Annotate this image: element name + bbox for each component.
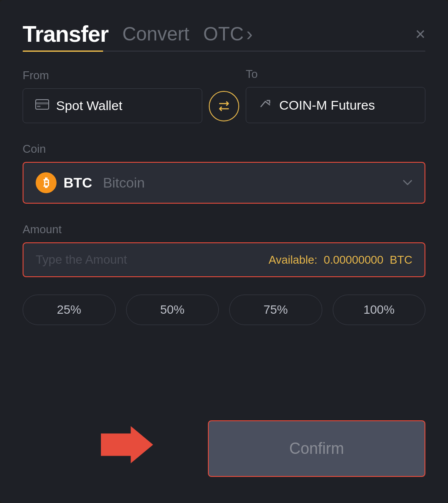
confirm-button[interactable]: Confirm	[208, 420, 425, 477]
tab-transfer[interactable]: Transfer	[23, 21, 108, 47]
pct-50-button[interactable]: 50%	[126, 295, 219, 325]
tab-otc[interactable]: OTC ›	[203, 23, 253, 45]
svg-rect-2	[37, 106, 40, 107]
coin-name: Bitcoin	[99, 175, 145, 191]
amount-box: Type the Amount Available: 0.00000000 BT…	[23, 242, 425, 277]
futures-icon	[258, 97, 272, 113]
swap-button[interactable]	[209, 91, 239, 121]
from-wallet-name: Spot Wallet	[56, 98, 122, 113]
pct-100-button[interactable]: 100%	[333, 295, 426, 325]
modal-container: Transfer Convert OTC › × From	[0, 0, 448, 503]
amount-input[interactable]: Type the Amount	[36, 253, 127, 267]
from-wallet-selector[interactable]: Spot Wallet	[23, 88, 202, 123]
arrow-indicator	[101, 423, 153, 468]
from-block: From Spot Wallet	[23, 69, 202, 123]
from-label: From	[23, 69, 202, 82]
bottom-area: Confirm	[23, 403, 425, 477]
close-button[interactable]: ×	[415, 25, 425, 43]
tab-convert[interactable]: Convert	[122, 23, 189, 45]
to-wallet-selector[interactable]: COIN-M Futures	[246, 87, 425, 123]
pct-25-button[interactable]: 25%	[23, 295, 116, 325]
coin-label: Coin	[23, 142, 425, 156]
pct-75-button[interactable]: 75%	[229, 295, 322, 325]
coin-section: Coin ₿ BTC Bitcoin	[23, 142, 425, 204]
svg-marker-3	[101, 426, 153, 463]
wallet-icon	[35, 99, 49, 113]
amount-section: Amount Type the Amount Available: 0.0000…	[23, 223, 425, 277]
amount-label: Amount	[23, 223, 425, 236]
from-to-section: From Spot Wallet	[23, 67, 425, 123]
btc-icon: ₿	[36, 172, 57, 193]
to-label: To	[246, 67, 425, 81]
modal-header: Transfer Convert OTC › ×	[23, 21, 425, 47]
swap-button-wrapper	[202, 91, 246, 123]
coin-symbol: BTC	[64, 175, 92, 191]
chevron-down-icon	[403, 177, 412, 188]
to-block: To COIN-M Futures	[246, 67, 425, 123]
svg-rect-1	[36, 102, 49, 104]
percentage-row: 25% 50% 75% 100%	[23, 295, 425, 325]
tab-underline	[23, 50, 425, 52]
available-balance: Available: 0.00000000 BTC	[268, 253, 412, 267]
coin-selector[interactable]: ₿ BTC Bitcoin	[23, 162, 425, 204]
to-wallet-name: COIN-M Futures	[279, 98, 375, 113]
